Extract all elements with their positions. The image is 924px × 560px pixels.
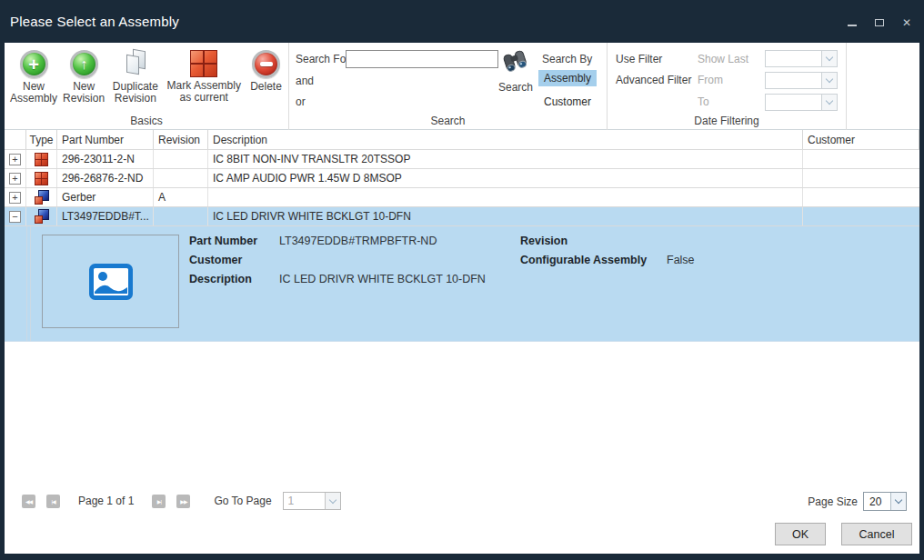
ribbon-group-search: Search For: and or bbox=[289, 43, 608, 130]
maximize-button[interactable] bbox=[871, 16, 888, 29]
delete-label: Delete bbox=[250, 81, 282, 93]
assembly-type-red-grid-icon bbox=[35, 153, 48, 166]
expand-icon[interactable]: + bbox=[9, 192, 21, 204]
column-header-description[interactable]: Description bbox=[208, 130, 803, 149]
detail-revision-label: Revision bbox=[520, 235, 567, 247]
from-combo[interactable] bbox=[765, 72, 838, 89]
assembly-type-red-grid-icon bbox=[35, 172, 48, 185]
basics-group-label: Basics bbox=[5, 115, 288, 127]
delete-button[interactable]: Delete bbox=[247, 50, 285, 93]
next-page-icon: ▶| bbox=[157, 498, 161, 505]
column-header-type[interactable]: Type bbox=[26, 130, 57, 149]
ribbon-toolbar: + New Assembly ↑ New Revision Duplicate … bbox=[5, 43, 919, 130]
customer-cell bbox=[803, 169, 919, 187]
duplicate-revision-button[interactable]: Duplicate Revision bbox=[110, 50, 160, 105]
show-last-combo[interactable] bbox=[765, 50, 838, 67]
column-header-customer[interactable]: Customer bbox=[803, 130, 919, 149]
search-by-option-assembly[interactable]: Assembly bbox=[538, 70, 597, 86]
go-to-page-label: Go To Page bbox=[214, 495, 271, 507]
revision-cell bbox=[154, 169, 208, 187]
duplicate-revision-icon bbox=[121, 50, 150, 78]
detail-customer-label: Customer bbox=[189, 254, 242, 266]
minimize-icon bbox=[848, 25, 857, 26]
to-combo[interactable] bbox=[765, 94, 838, 111]
search-input[interactable] bbox=[346, 50, 498, 68]
column-header-revision[interactable]: Revision bbox=[154, 130, 208, 149]
new-assembly-label: New Assembly bbox=[10, 81, 57, 105]
new-revision-button[interactable]: ↑ New Revision bbox=[63, 50, 105, 105]
minimize-button[interactable] bbox=[844, 16, 860, 29]
row-detail-panel: Part Number LT3497EDDB#TRMPBFTR-ND Custo… bbox=[5, 226, 919, 342]
use-filter-button[interactable]: Use Filter bbox=[616, 53, 662, 65]
expand-icon[interactable]: + bbox=[9, 154, 21, 165]
search-or-label: or bbox=[296, 95, 306, 108]
search-and-label: and bbox=[296, 75, 314, 87]
new-revision-label: New Revision bbox=[63, 81, 105, 105]
page-indicator: Page 1 of 1 bbox=[78, 495, 134, 507]
title-bar: Please Select an Assembly ✕ bbox=[0, 0, 924, 43]
previous-page-button[interactable]: |◀ bbox=[46, 495, 60, 508]
customer-cell bbox=[803, 188, 919, 206]
advanced-filter-button[interactable]: Advanced Filter bbox=[616, 74, 691, 86]
collapse-icon[interactable]: − bbox=[9, 211, 21, 223]
table-row-selected[interactable]: − LT3497EDDB#T... IC LED DRIVR WHITE BCK… bbox=[5, 207, 919, 226]
table-row[interactable]: + Gerber A bbox=[5, 188, 919, 207]
chevron-down-icon bbox=[821, 73, 837, 88]
new-assembly-button[interactable]: + New Assembly bbox=[10, 50, 57, 105]
chevron-down-icon bbox=[325, 493, 340, 509]
empty-grid-area bbox=[5, 342, 919, 485]
description-cell bbox=[208, 188, 803, 206]
table-row[interactable]: + 296-23011-2-N IC 8BIT NON-INV TRANSLTR… bbox=[5, 150, 919, 169]
description-cell: IC AMP AUDIO PWR 1.45W D 8MSOP bbox=[208, 169, 803, 187]
cancel-button[interactable]: Cancel bbox=[841, 523, 912, 545]
expand-icon[interactable]: + bbox=[9, 173, 21, 185]
detail-part-number-label: Part Number bbox=[189, 235, 257, 247]
detail-configurable-value: False bbox=[667, 254, 695, 266]
part-number-cell: 296-26876-2-ND bbox=[57, 169, 154, 187]
mark-assembly-current-label: Mark Assembly as current bbox=[166, 80, 242, 104]
chevron-down-icon bbox=[890, 493, 906, 510]
next-page-button[interactable]: ▶| bbox=[152, 495, 166, 508]
maximize-icon bbox=[875, 19, 884, 26]
go-to-page-combo[interactable]: 1 bbox=[283, 492, 341, 510]
customer-cell bbox=[803, 150, 919, 168]
revision-cell bbox=[154, 150, 208, 168]
page-size-combo[interactable]: 20 bbox=[863, 492, 907, 511]
go-to-page-value: 1 bbox=[284, 495, 295, 507]
search-by-label: Search By bbox=[542, 53, 592, 65]
part-number-cell: Gerber bbox=[57, 188, 154, 206]
search-by-option-customer[interactable]: Customer bbox=[538, 94, 597, 110]
mark-assembly-current-button[interactable]: Mark Assembly as current bbox=[166, 50, 242, 104]
description-cell: IC LED DRIVR WHITE BCKLGT 10-DFN bbox=[208, 207, 803, 225]
delete-icon bbox=[252, 50, 280, 78]
show-last-label: Show Last bbox=[698, 53, 748, 65]
first-page-button[interactable]: ◀◀ bbox=[22, 495, 35, 508]
last-page-button[interactable]: ▶▶ bbox=[176, 495, 190, 508]
previous-page-icon: |◀ bbox=[51, 498, 55, 505]
customer-cell bbox=[803, 207, 919, 225]
ok-button[interactable]: OK bbox=[775, 523, 826, 545]
chevron-down-icon bbox=[821, 95, 837, 110]
table-row[interactable]: + 296-26876-2-ND IC AMP AUDIO PWR 1.45W … bbox=[5, 169, 919, 188]
first-page-icon: ◀◀ bbox=[25, 498, 32, 505]
detail-description-label: Description bbox=[189, 273, 252, 285]
chevron-down-icon bbox=[821, 51, 837, 66]
dialog-window: Please Select an Assembly ✕ + New Assemb… bbox=[0, 0, 924, 560]
dialog-footer: OK Cancel bbox=[5, 515, 919, 554]
ribbon-group-basics: + New Assembly ↑ New Revision Duplicate … bbox=[5, 43, 289, 130]
page-size-label: Page Size bbox=[808, 495, 858, 508]
close-icon: ✕ bbox=[902, 17, 911, 28]
close-button[interactable]: ✕ bbox=[899, 16, 915, 29]
from-label: From bbox=[698, 74, 723, 86]
column-header-part-number[interactable]: Part Number bbox=[57, 130, 154, 149]
image-placeholder-icon bbox=[89, 264, 133, 300]
revision-cell bbox=[154, 207, 208, 225]
search-button[interactable]: Search bbox=[494, 50, 537, 94]
detail-description-value: IC LED DRIVR WHITE BCKLGT 10-DFN bbox=[279, 273, 486, 285]
ribbon-group-date-filtering: Use Filter Advanced Filter Show Last Fro… bbox=[608, 43, 847, 130]
page-title: Please Select an Assembly bbox=[0, 14, 179, 29]
part-number-cell: LT3497EDDB#T... bbox=[57, 207, 154, 225]
detail-part-number-value: LT3497EDDB#TRMPBFTR-ND bbox=[279, 235, 437, 247]
detail-configurable-label: Configurable Assembly bbox=[520, 254, 647, 266]
revision-cell: A bbox=[154, 188, 208, 206]
